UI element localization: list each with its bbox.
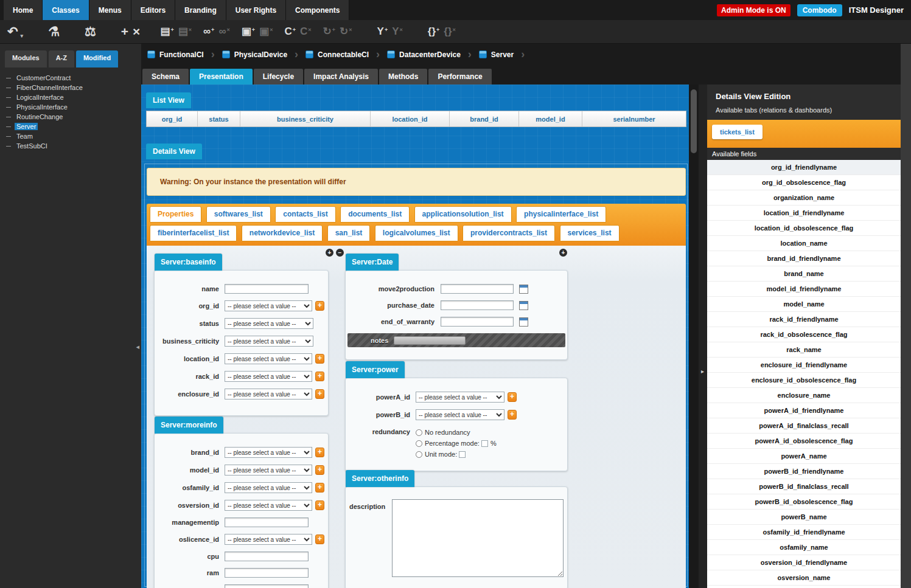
- description-textarea[interactable]: [392, 499, 564, 577]
- tree-item-customercontract[interactable]: CustomerContract: [6, 73, 141, 83]
- nav-tab-menus[interactable]: Menus: [89, 0, 131, 20]
- tree-item-logicalinterface[interactable]: LogicalInterface: [6, 92, 141, 102]
- list-view-section-tab[interactable]: List View: [146, 92, 191, 108]
- add-value-button[interactable]: +: [315, 448, 324, 457]
- compare-scales-icon[interactable]: ⚖: [85, 24, 96, 39]
- nav-tab-user-rights[interactable]: User Rights: [226, 0, 286, 20]
- tree-item-server[interactable]: Server: [6, 122, 141, 131]
- tree-item-team[interactable]: Team: [6, 131, 141, 141]
- tab-methods[interactable]: Methods: [379, 69, 427, 85]
- available-field[interactable]: location_id_friendlyname: [707, 206, 901, 221]
- breadcrumb-item-functionalci[interactable]: FunctionalCI: [147, 50, 204, 59]
- list-column-org-id[interactable]: org_id: [147, 111, 198, 126]
- available-field[interactable]: org_id_friendlyname: [707, 160, 901, 175]
- delete-class-icon[interactable]: ×: [133, 24, 140, 39]
- delete-external-field-icon[interactable]: ▣×: [259, 25, 273, 38]
- tree-item-fiberchannelinterface[interactable]: FiberChannelInterface: [6, 83, 141, 92]
- nav-tab-components[interactable]: Components: [286, 0, 349, 20]
- tab-services-list[interactable]: services_list: [560, 225, 620, 241]
- fieldset-power-title[interactable]: Server:power: [346, 361, 405, 378]
- select-rack-id[interactable]: -- please select a value --: [225, 371, 312, 382]
- available-field[interactable]: rack_name: [707, 342, 901, 358]
- select-status[interactable]: -- please select a value --: [225, 318, 313, 329]
- breadcrumb-item-server[interactable]: Server: [479, 50, 514, 59]
- sidebar-tab-modules[interactable]: Modules: [5, 50, 47, 67]
- available-field[interactable]: powerA_id_obsolescence_flag: [707, 434, 901, 449]
- tab-properties[interactable]: Properties: [150, 206, 201, 223]
- test-flask-icon[interactable]: ⚗: [48, 24, 60, 39]
- add-transition-icon[interactable]: ↻+: [323, 25, 336, 38]
- list-column-serialnumber[interactable]: serialnumber: [582, 111, 686, 126]
- available-field[interactable]: powerA_id_finalclass_recall: [707, 418, 901, 434]
- delete-method-icon[interactable]: C×: [300, 25, 312, 38]
- available-field[interactable]: powerB_id_finalclass_recall: [707, 479, 901, 494]
- add-value-button[interactable]: +: [315, 372, 324, 381]
- available-field[interactable]: rack_id_obsolescence_flag: [707, 327, 901, 342]
- nav-tab-home[interactable]: Home: [4, 0, 43, 20]
- select-powerb-id[interactable]: -- please select a value --: [416, 409, 504, 420]
- input-cpu[interactable]: [225, 552, 309, 561]
- tab-softwares-list[interactable]: softwares_list: [206, 206, 271, 223]
- add-value-button[interactable]: +: [315, 354, 324, 364]
- available-field[interactable]: model_name: [707, 297, 901, 312]
- add-value-button[interactable]: +: [315, 534, 324, 544]
- available-field[interactable]: powerB_name: [707, 510, 901, 525]
- tab-logicalvolumes-list[interactable]: logicalvolumes_list: [375, 225, 458, 241]
- fieldset-date-title[interactable]: Server:Date: [346, 254, 399, 271]
- input-redundancy-percent[interactable]: [481, 440, 488, 447]
- available-field[interactable]: rack_id_friendlyname: [707, 312, 901, 327]
- available-field[interactable]: powerA_name: [707, 449, 901, 464]
- add-class-icon[interactable]: +: [121, 24, 128, 39]
- tab-lifecycle[interactable]: Lifecycle: [254, 69, 303, 85]
- available-field[interactable]: osfamily_id_friendlyname: [707, 525, 901, 540]
- input-purchase-date[interactable]: [441, 300, 514, 310]
- select-model-id[interactable]: -- please select a value --: [225, 465, 312, 476]
- list-column-status[interactable]: status: [198, 111, 240, 126]
- input-partial[interactable]: [225, 584, 309, 588]
- select-oslicence-id[interactable]: -- please select a value --: [225, 534, 312, 545]
- list-column-location-id[interactable]: location_id: [371, 111, 450, 126]
- delete-filter-icon[interactable]: Y×: [392, 25, 403, 38]
- calendar-icon[interactable]: [519, 317, 528, 327]
- tree-item-physicalinterface[interactable]: PhysicalInterface: [6, 102, 141, 112]
- add-filter-icon[interactable]: Y+: [377, 25, 388, 38]
- breadcrumb-item-connectableci[interactable]: ConnectableCI: [305, 50, 369, 59]
- add-value-button[interactable]: +: [315, 483, 324, 493]
- tab-fiberinterfacelist-list[interactable]: fiberinterfacelist_list: [150, 225, 237, 241]
- delete-field-icon[interactable]: ▤×: [178, 25, 192, 38]
- available-field[interactable]: organization_name: [707, 190, 901, 206]
- tab-networkdevice-list[interactable]: networkdevice_list: [242, 225, 323, 241]
- tree-item-testsubci[interactable]: TestSubCI: [6, 141, 141, 151]
- tab-tickets-list[interactable]: tickets_list: [712, 125, 763, 139]
- nav-tab-branding[interactable]: Branding: [175, 0, 226, 20]
- tab-providercontracts-list[interactable]: providercontracts_list: [462, 225, 555, 241]
- tab-schema[interactable]: Schema: [142, 69, 189, 85]
- fieldset-otherinfo-title[interactable]: Server:otherinfo: [346, 470, 414, 487]
- add-method-icon[interactable]: C+: [284, 25, 296, 38]
- available-field[interactable]: location_name: [707, 236, 901, 251]
- nav-tab-classes[interactable]: Classes: [43, 0, 89, 20]
- add-value-button[interactable]: +: [508, 392, 517, 402]
- available-field[interactable]: enclosure_id_friendlyname: [707, 358, 901, 373]
- add-external-field-icon[interactable]: ▣+: [242, 25, 255, 38]
- add-value-button[interactable]: +: [315, 500, 324, 510]
- delete-transition-icon[interactable]: ↻×: [340, 25, 352, 38]
- calendar-icon[interactable]: [519, 285, 528, 294]
- select-org-id[interactable]: -- please select a value --: [225, 300, 312, 311]
- available-field[interactable]: osversion_name: [707, 570, 901, 586]
- tab-performance[interactable]: Performance: [428, 69, 491, 85]
- list-column-brand-id[interactable]: brand_id: [450, 111, 519, 126]
- tab-san-list[interactable]: san_list: [327, 225, 371, 241]
- select-powera-id[interactable]: -- please select a value --: [416, 392, 504, 403]
- nav-tab-editors[interactable]: Editors: [131, 0, 175, 20]
- delete-code-icon[interactable]: {}×: [444, 25, 456, 38]
- list-column-model-id[interactable]: model_id: [519, 111, 582, 126]
- tab-documents-list[interactable]: documents_list: [340, 206, 410, 223]
- combodo-badge[interactable]: Combodo: [797, 4, 842, 16]
- add-value-button[interactable]: +: [315, 465, 324, 475]
- add-field-icon[interactable]: ▤+: [160, 25, 173, 38]
- available-field[interactable]: powerB_id_friendlyname: [707, 464, 901, 479]
- available-field[interactable]: enclosure_name: [707, 388, 901, 403]
- select-osfamily-id[interactable]: -- please select a value --: [225, 482, 312, 493]
- add-relation-icon[interactable]: ∞+: [203, 25, 214, 38]
